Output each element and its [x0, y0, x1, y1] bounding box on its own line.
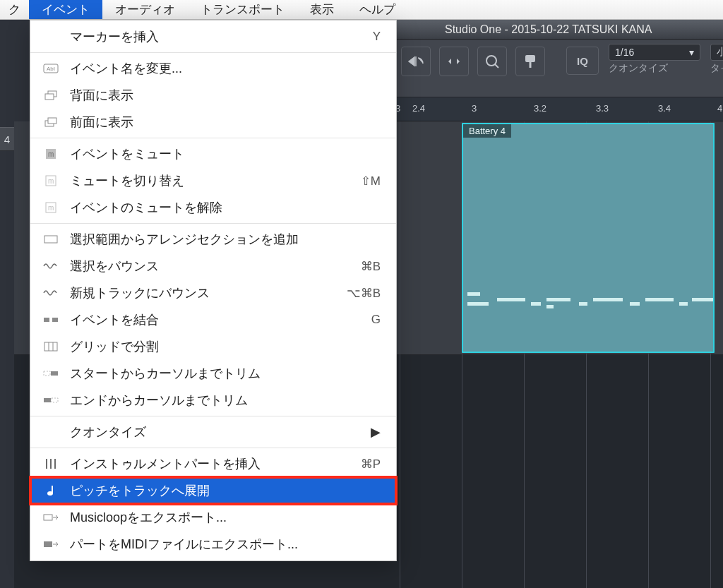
- trim-start-icon: [42, 366, 60, 380]
- time-ruler[interactable]: 3 2.4 3 3.2 3.3 3.4 4: [395, 97, 723, 121]
- svg-rect-22: [44, 371, 50, 376]
- mute-box-icon: m: [42, 200, 60, 215]
- menu-separator: [30, 138, 396, 138]
- export-loop-icon: [42, 510, 60, 524]
- ruler-tick: 3.2: [534, 103, 546, 114]
- menuitem-split-at-grid[interactable]: グリッドで分割: [30, 333, 396, 360]
- menu-event[interactable]: イベント: [29, 0, 102, 19]
- menuitem-merge-events[interactable]: イベントを結合 G: [30, 306, 396, 333]
- menuitem-mute-event[interactable]: m イベントをミュート: [30, 140, 396, 167]
- svg-point-29: [47, 491, 53, 496]
- menu-audio[interactable]: オーディオ: [102, 0, 188, 19]
- menubar-left-fragment: ク: [0, 1, 29, 18]
- menuitem-rename-event[interactable]: AbI イベント名を変更...: [30, 55, 396, 82]
- menuitem-insert-instrument-part[interactable]: インストゥルメントパートを挿入 ⌘P: [30, 450, 396, 477]
- note-icon: [42, 484, 60, 498]
- quantize-value-select[interactable]: 1/16 ▾: [609, 44, 700, 61]
- svg-rect-7: [45, 94, 54, 100]
- menuitem-trim-end-to-cursor[interactable]: エンドからカーソルまでトリム: [30, 387, 396, 414]
- menu-separator: [30, 52, 396, 53]
- svg-rect-18: [52, 318, 58, 322]
- mute-box-icon: m: [42, 147, 60, 161]
- event-menu-dropdown: マーカーを挿入 Y AbI イベント名を変更... 背面に表示 前面に表示 m …: [30, 20, 397, 561]
- grid-split-icon: [42, 340, 60, 354]
- bring-front-icon: [42, 115, 60, 129]
- menuitem-bring-to-front[interactable]: 前面に表示: [30, 109, 396, 136]
- svg-text:m: m: [48, 204, 54, 212]
- rename-icon: AbI: [42, 61, 60, 76]
- svg-rect-2: [525, 55, 535, 62]
- menuitem-send-to-back[interactable]: 背面に表示: [30, 82, 396, 109]
- svg-point-0: [486, 56, 496, 66]
- submenu-arrow-icon: ▶: [371, 424, 381, 440]
- menuitem-toggle-mute[interactable]: m ミュートを切り替え ⇧M: [30, 167, 396, 194]
- svg-text:m: m: [48, 177, 54, 185]
- svg-rect-17: [44, 318, 49, 322]
- svg-text:m: m: [48, 150, 54, 158]
- timebase-value: 小節: [717, 46, 723, 59]
- svg-rect-31: [44, 541, 52, 547]
- svg-rect-3: [530, 62, 532, 68]
- wave-icon: [42, 259, 60, 273]
- menu-transport[interactable]: トランスポート: [188, 0, 297, 19]
- iq-button[interactable]: IQ: [566, 47, 599, 75]
- ruler-tick: 3.3: [596, 103, 609, 114]
- menuitem-insert-marker[interactable]: マーカーを挿入 Y: [30, 23, 396, 50]
- clip-midi-notes: [463, 285, 713, 313]
- menu-help[interactable]: ヘルプ: [347, 0, 408, 19]
- rect-icon: [42, 232, 60, 246]
- svg-rect-24: [44, 398, 51, 402]
- track-header-number[interactable]: 4: [0, 127, 14, 151]
- svg-line-1: [495, 64, 498, 68]
- quantize-label: クオンタイズ: [609, 62, 700, 75]
- timebase-select[interactable]: 小節: [710, 44, 723, 61]
- chevron-down-icon: ▾: [689, 47, 694, 58]
- ruler-tick: 3.4: [658, 103, 671, 114]
- mute-box-icon: m: [42, 174, 60, 188]
- tool-marker-icon[interactable]: [515, 47, 545, 76]
- svg-rect-30: [44, 515, 52, 520]
- export-midi-icon: [42, 537, 60, 551]
- svg-rect-25: [52, 398, 58, 402]
- ruler-tick: 3: [472, 103, 477, 114]
- menu-separator: [30, 448, 396, 448]
- menuitem-trim-start-to-cursor[interactable]: スタートからカーソルまでトリム: [30, 360, 396, 387]
- menuitem-bounce-selection[interactable]: 選択をバウンス ⌘B: [30, 253, 396, 280]
- blank-icon: [42, 425, 60, 439]
- quantize-value: 1/16: [615, 47, 634, 58]
- clip-name: Battery 4: [463, 124, 511, 138]
- timebase-label: タイ: [710, 62, 723, 75]
- menuitem-add-arrange-section[interactable]: 選択範囲からアレンジセクションを追加: [30, 226, 396, 253]
- merge-icon: [42, 313, 60, 327]
- event-clip[interactable]: Battery 4: [462, 123, 715, 353]
- ruler-tick: 4: [717, 103, 722, 114]
- menuitem-bounce-new-track[interactable]: 新規トラックにバウンス ⌥⌘B: [30, 280, 396, 306]
- ruler-tick: 2.4: [412, 103, 425, 114]
- svg-rect-23: [51, 371, 58, 376]
- menuitem-export-part-as-midi[interactable]: パートをMIDIファイルにエクスポート...: [30, 531, 396, 558]
- menuitem-unmute-event[interactable]: m イベントのミュートを解除: [30, 194, 396, 221]
- svg-rect-9: [48, 118, 56, 124]
- menu-separator: [30, 416, 396, 416]
- instrument-icon: [42, 457, 60, 471]
- marker-icon: [42, 30, 60, 44]
- send-back-icon: [42, 88, 60, 102]
- menu-view[interactable]: 表示: [297, 0, 347, 19]
- tool-autoscroll-icon[interactable]: [401, 47, 431, 76]
- svg-rect-19: [44, 342, 57, 351]
- menuitem-quantize-submenu[interactable]: クオンタイズ ▶: [30, 419, 396, 445]
- tool-snap-icon[interactable]: [439, 47, 469, 76]
- svg-text:AbI: AbI: [47, 66, 55, 72]
- menuitem-explode-pitches-to-tracks[interactable]: ピッチをトラックへ展開: [30, 477, 396, 504]
- window-title-bar: Studio One - 2015-10-22 TATSUKI KANA: [395, 20, 723, 40]
- menubar: ク イベント オーディオ トランスポート 表示 ヘルプ: [0, 0, 723, 20]
- menuitem-export-musicloop[interactable]: Musicloopをエクスポート...: [30, 504, 396, 531]
- toolbar: IQ 1/16 ▾ クオンタイズ 小節 タイ: [395, 40, 723, 97]
- menu-separator: [30, 223, 396, 224]
- window-title: Studio One - 2015-10-22 TATSUKI KANA: [445, 23, 652, 36]
- trim-end-icon: [42, 393, 60, 407]
- tool-quantize-icon[interactable]: [477, 47, 507, 76]
- wave-icon: [42, 286, 60, 300]
- svg-rect-16: [44, 236, 57, 243]
